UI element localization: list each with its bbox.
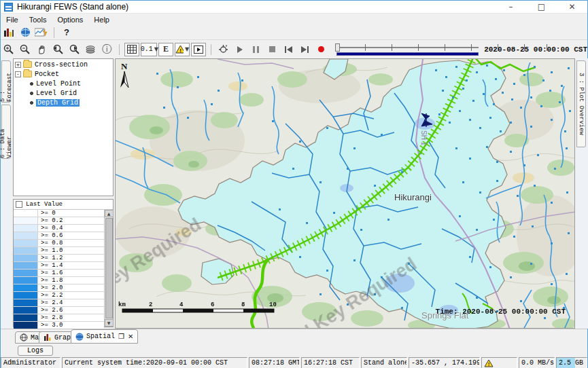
legend-row[interactable]: >= 2.2 [14, 292, 104, 299]
legend-row[interactable]: >= 1.6 [14, 270, 104, 277]
legend-row[interactable]: >= 2.6 [14, 307, 104, 314]
tree-item-level-point[interactable]: Level Point [14, 79, 113, 88]
tree-item-pocket[interactable]: - Pocket [14, 70, 113, 78]
zoom-in-button[interactable] [1, 43, 16, 56]
legend-row[interactable]: >= 1.0 [14, 247, 104, 255]
legend-row[interactable]: >= 0.6 [14, 232, 104, 240]
chevron-down-icon: ▼ [154, 46, 158, 52]
layers-icon [85, 45, 96, 54]
expand-icon[interactable]: + [15, 62, 21, 68]
animation-button[interactable] [191, 43, 206, 56]
slider-handle[interactable] [335, 43, 340, 52]
legend-title: Last Value [26, 201, 63, 208]
pause-button[interactable] [249, 43, 264, 56]
legend-row[interactable]: >= 0.2 [14, 217, 104, 225]
zoom-in-icon [3, 44, 14, 55]
legend-value: >= 0.4 [38, 225, 104, 232]
spatial-map-view[interactable]: API Key Required API Key Required N SH 1… [115, 58, 575, 329]
help-button[interactable]: ? [59, 26, 74, 39]
legend-row[interactable]: >= 1.8 [14, 277, 104, 284]
svg-text:!: ! [487, 362, 490, 367]
menu-options[interactable]: Options [52, 14, 88, 25]
chart-arrow-icon [35, 27, 48, 37]
step-back-icon [285, 46, 292, 53]
status-local-time: 16:27:18 CST [301, 357, 360, 368]
minimize-button[interactable]: – [496, 1, 526, 13]
next-step-button[interactable] [298, 43, 313, 56]
legend-color-swatch [14, 314, 38, 321]
rotate-tool-button[interactable] [216, 43, 231, 56]
undock-tab-icon[interactable]: ❐ [118, 333, 124, 340]
menu-tools[interactable]: Tools [24, 14, 52, 25]
status-user: Administrator [1, 357, 60, 368]
title-bar[interactable]: Hikurangi FEWS (Stand alone) – □ ✕ [1, 1, 587, 14]
menu-file[interactable]: File [1, 14, 24, 25]
previous-step-button[interactable] [281, 43, 296, 56]
grid-toggle-button[interactable] [124, 43, 139, 56]
tree-item-depth-grid[interactable]: Depth Grid [14, 98, 113, 107]
legend-row[interactable]: >= 0.8 [14, 240, 104, 247]
tab-spatial[interactable]: Spatial ❐ ✕ [71, 329, 138, 344]
legend-scrollbar[interactable]: ▲ ▼ [104, 210, 113, 327]
warning-triangle-icon: ! [484, 359, 494, 367]
bullet-icon [30, 101, 33, 105]
menu-help[interactable]: Help [88, 14, 115, 25]
maximize-button[interactable]: □ [526, 1, 557, 13]
spatial-display-button[interactable] [18, 26, 33, 39]
spatial-globe-icon [75, 333, 84, 341]
play-button[interactable] [232, 43, 247, 56]
legend-row[interactable]: >= 2.8 [14, 314, 104, 322]
database-explorer-button[interactable] [1, 26, 16, 39]
legend-row[interactable]: >= 1.2 [14, 255, 104, 262]
legend-row[interactable]: >= 1.4 [14, 262, 104, 270]
status-mode: Stand alone [361, 357, 407, 368]
class-breaks-dropdown[interactable]: 0.1 ▼ [141, 43, 157, 56]
time-slider[interactable] [335, 42, 480, 57]
warning-layers-dropdown[interactable]: ! ▼ [175, 43, 190, 56]
tree-item-level-grid[interactable]: Level Grid [14, 89, 113, 97]
legend-color-swatch [14, 277, 38, 284]
status-warning[interactable]: ! [481, 357, 517, 368]
tab-forecast[interactable]: 5 : Forecast [1, 60, 11, 103]
globe-icon [20, 27, 31, 37]
legend-color-swatch [14, 322, 38, 329]
info-button[interactable]: ⓘ [99, 43, 114, 56]
close-tab-icon[interactable]: ✕ [128, 333, 133, 340]
tree-item-label-selected: Depth Grid [36, 99, 80, 107]
scale-tick: 8 [241, 301, 245, 308]
legend-row[interactable]: >= 0.4 [14, 225, 104, 232]
map-toolbar: ⓘ 0.1 ▼ E ! ▼ [1, 40, 587, 58]
grid-display-button[interactable] [34, 26, 49, 39]
class-break-value: 0.1 [141, 45, 153, 53]
close-button[interactable]: ✕ [557, 1, 587, 13]
zoom-previous-button[interactable] [50, 43, 65, 56]
legend-row[interactable]: >= 2.4 [14, 299, 104, 307]
legend-color-swatch [14, 240, 38, 246]
app-logo-icon [4, 3, 13, 12]
zoom-out-button[interactable] [18, 43, 33, 56]
zoom-next-button[interactable] [67, 43, 82, 56]
legend-row[interactable]: >= 0 [14, 210, 104, 217]
tree-item-cross-section[interactable]: + Cross-section [14, 60, 113, 69]
status-gmt-time: 08:27:18 GMT [249, 357, 300, 368]
tab-data-viewer[interactable]: 6 : Data Viewer [1, 105, 11, 159]
menu-bar: File Tools Options Help [1, 14, 587, 25]
tab-plot-overview[interactable]: 3 : Plot Overview [576, 60, 586, 147]
legend-icon: E [163, 44, 169, 54]
last-value-checkbox[interactable] [16, 201, 22, 208]
scroll-down-icon[interactable]: ▼ [105, 319, 114, 327]
layers-button[interactable] [83, 43, 98, 56]
logs-button[interactable]: Logs [18, 346, 53, 356]
scroll-thumb[interactable] [105, 218, 113, 318]
legend-value: >= 0.8 [38, 240, 104, 246]
stop-button[interactable] [265, 43, 280, 56]
legend-row[interactable]: >= 2.0 [14, 284, 104, 292]
legend-toggle-button[interactable]: E [158, 43, 173, 56]
pan-button[interactable] [34, 43, 49, 56]
scale-tick: 10 [269, 301, 277, 308]
record-button[interactable] [314, 43, 329, 56]
scroll-up-icon[interactable]: ▲ [105, 210, 114, 217]
collapse-icon[interactable]: - [15, 71, 21, 77]
map-canvas: API Key Required API Key Required N SH 1… [116, 59, 575, 329]
warning-triangle-icon: ! [175, 45, 184, 54]
